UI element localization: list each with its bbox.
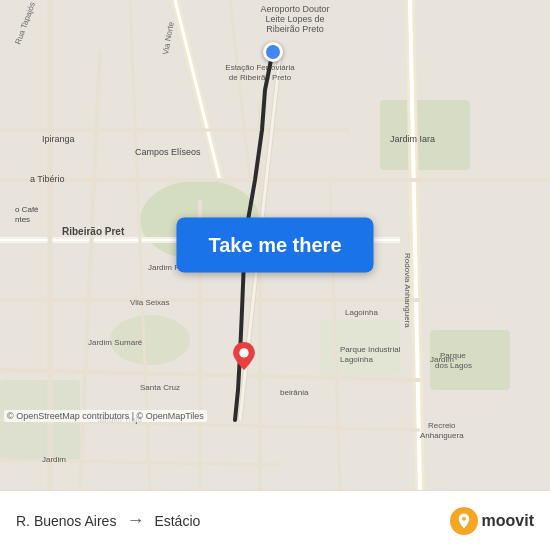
- svg-text:Recreio: Recreio: [428, 421, 456, 430]
- svg-text:Aeroporto Doutor: Aeroporto Doutor: [260, 4, 329, 14]
- route-to-label: Estácio: [154, 513, 200, 529]
- svg-text:beirânia: beirânia: [280, 388, 309, 397]
- svg-text:ntes: ntes: [15, 215, 30, 224]
- svg-text:Ribeirão Preto: Ribeirão Preto: [266, 24, 324, 34]
- svg-text:Ipiranga: Ipiranga: [42, 134, 75, 144]
- svg-point-58: [239, 348, 248, 357]
- svg-text:Santa Cruz: Santa Cruz: [140, 383, 180, 392]
- svg-text:Estação Ferroviária: Estação Ferroviária: [225, 63, 295, 72]
- bottom-bar: R. Buenos Aires → Estácio moovit: [0, 490, 550, 550]
- svg-text:Rodovia Anhanguera: Rodovia Anhanguera: [403, 253, 412, 328]
- svg-text:Lagoinha: Lagoinha: [340, 355, 373, 364]
- svg-text:Parque Industrial: Parque Industrial: [340, 345, 401, 354]
- moovit-logo: moovit: [450, 507, 534, 535]
- svg-text:Anhanguera: Anhanguera: [420, 431, 464, 440]
- svg-text:de Ribeirão Preto: de Ribeirão Preto: [229, 73, 292, 82]
- svg-text:Leite Lopes de: Leite Lopes de: [265, 14, 324, 24]
- svg-text:Vila Seixas: Vila Seixas: [130, 298, 169, 307]
- svg-text:Jardim Iara: Jardim Iara: [390, 134, 435, 144]
- svg-text:Jardim Sumaré: Jardim Sumaré: [88, 338, 143, 347]
- origin-pin: [263, 42, 283, 62]
- svg-text:dos Lagos: dos Lagos: [435, 361, 472, 370]
- moovit-brand-name: moovit: [482, 512, 534, 530]
- svg-text:Jardim: Jardim: [42, 455, 66, 464]
- route-arrow-icon: →: [126, 510, 144, 531]
- svg-text:Lagoinha: Lagoinha: [345, 308, 378, 317]
- svg-text:Campos Elíseos: Campos Elíseos: [135, 147, 201, 157]
- svg-text:Ribeirão Pret: Ribeirão Pret: [62, 226, 125, 237]
- destination-pin: [230, 342, 258, 370]
- route-from-label: R. Buenos Aires: [16, 513, 116, 529]
- svg-text:a Tibério: a Tibério: [30, 174, 65, 184]
- map-attribution: © OpenStreetMap contributors | © OpenMap…: [4, 410, 207, 422]
- svg-text:Parque: Parque: [440, 351, 466, 360]
- map-container: Aeroporto Doutor Leite Lopes de Ribeirão…: [0, 0, 550, 490]
- take-me-there-button[interactable]: Take me there: [176, 218, 373, 273]
- moovit-icon: [450, 507, 478, 535]
- svg-text:o Café: o Café: [15, 205, 39, 214]
